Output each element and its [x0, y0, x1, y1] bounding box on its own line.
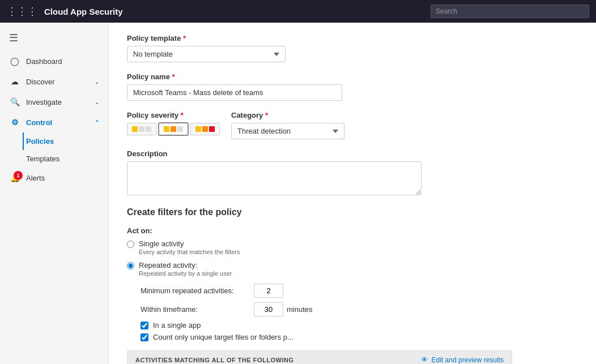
act-on-label: Act on: — [127, 226, 578, 235]
severity-high-button[interactable] — [190, 123, 220, 135]
policy-template-label: Policy template * — [127, 34, 286, 42]
sidebar: ☰ ◯ Dashboard ☁ Discover ⌄ 🔍 Investigate… — [0, 23, 109, 364]
act-on-radio-group: Single activity Every activity that matc… — [127, 239, 578, 277]
sidebar-item-alerts[interactable]: 🔔 1 Alerts — [0, 168, 108, 188]
category-group: Category * Threat detection — [231, 111, 344, 139]
chevron-down-icon: ⌄ — [95, 79, 99, 85]
sidebar-item-label: Discover — [26, 78, 55, 86]
required-marker: * — [183, 34, 186, 42]
main-layout: ☰ ◯ Dashboard ☁ Discover ⌄ 🔍 Investigate… — [0, 23, 596, 364]
chevron-up-icon: ⌃ — [95, 119, 99, 126]
sidebar-item-templates[interactable]: Templates — [26, 150, 108, 168]
repeated-activity-radio[interactable] — [127, 262, 134, 269]
repeated-activity-label: Repeated activity: — [139, 261, 232, 269]
filters-section-title: Create filters for the policy — [127, 207, 578, 217]
single-activity-sub: Every activity that matches the filters — [139, 249, 240, 255]
in-single-app-label: In a single app — [153, 321, 201, 329]
category-select[interactable]: Threat detection — [231, 123, 344, 139]
description-textarea[interactable] — [127, 161, 422, 195]
within-timeframe-label: Within timeframe: — [141, 305, 254, 314]
sidebar-item-discover[interactable]: ☁ Discover ⌄ — [0, 71, 108, 92]
severity-dot-low — [195, 126, 201, 132]
sidebar-item-control[interactable]: ⚙ Control ⌃ — [0, 112, 108, 132]
single-activity-radio[interactable] — [127, 241, 134, 248]
category-label: Category * — [231, 111, 344, 119]
investigate-icon: 🔍 — [9, 97, 20, 106]
repeated-activity-option[interactable]: Repeated activity: Repeated activity by … — [127, 261, 578, 277]
sidebar-item-label: Control — [26, 118, 52, 127]
required-marker: * — [265, 111, 268, 119]
policy-name-label: Policy name * — [127, 72, 342, 81]
policy-name-group: Policy name * — [127, 72, 342, 101]
sidebar-item-label: Investigate — [26, 98, 62, 106]
sidebar-sub-label: Templates — [26, 155, 59, 163]
filter-box-title: ACTIVITIES MATCHING ALL OF THE FOLLOWING — [135, 357, 294, 363]
policy-name-input[interactable] — [127, 84, 342, 101]
sidebar-item-investigate[interactable]: 🔍 Investigate ⌄ — [0, 92, 108, 112]
required-marker: * — [172, 72, 175, 81]
severity-dot-low — [132, 126, 138, 132]
in-single-app-row: In a single app — [141, 321, 578, 329]
sidebar-sub-menu: Policies Templates — [0, 132, 108, 168]
minutes-label: minutes — [287, 305, 313, 314]
description-group: Description — [127, 149, 422, 197]
severity-category-row: Policy severity * — [127, 111, 578, 149]
dashboard-icon: ◯ — [9, 57, 20, 66]
search-input[interactable] — [431, 5, 589, 18]
in-single-app-checkbox[interactable] — [141, 322, 148, 329]
single-activity-label: Single activity — [139, 239, 240, 248]
description-label: Description — [127, 149, 422, 158]
single-activity-text: Single activity Every activity that matc… — [139, 239, 240, 255]
severity-medium-button[interactable] — [159, 123, 188, 135]
edit-preview-button[interactable]: 👁 Edit and preview results — [421, 356, 504, 364]
severity-dot-low — [164, 126, 169, 132]
app-title: Cloud App Security — [44, 7, 123, 16]
filter-box: ACTIVITIES MATCHING ALL OF THE FOLLOWING… — [127, 350, 512, 364]
severity-dot-med — [202, 126, 208, 132]
timeframe-input[interactable] — [254, 302, 283, 316]
timeframe-row: Within timeframe: minutes — [141, 302, 578, 316]
sidebar-item-label: Dashboard — [26, 57, 62, 66]
count-unique-row: Count only unique target files or folder… — [141, 333, 578, 341]
repeated-activity-text: Repeated activity: Repeated activity by … — [139, 261, 232, 277]
severity-dot-empty — [177, 126, 183, 132]
required-marker: * — [181, 111, 184, 119]
min-repeated-input[interactable] — [254, 284, 283, 298]
sidebar-sub-label: Policies — [26, 137, 54, 145]
severity-buttons — [127, 123, 220, 135]
control-icon: ⚙ — [9, 118, 20, 127]
sidebar-item-label: Alerts — [26, 174, 45, 182]
min-repeated-label: Minimum repeated activities: — [141, 286, 254, 295]
sidebar-hamburger[interactable]: ☰ — [0, 27, 108, 51]
eye-icon: 👁 — [421, 356, 428, 364]
alerts-icon: 🔔 1 — [9, 173, 20, 182]
severity-dot-empty1 — [139, 126, 144, 132]
waffle-icon[interactable]: ⋮⋮⋮ — [7, 5, 37, 18]
min-repeated-row: Minimum repeated activities: — [141, 284, 578, 298]
count-unique-checkbox[interactable] — [141, 333, 148, 341]
chevron-down-icon: ⌄ — [95, 99, 99, 105]
repeated-activity-sub: Repeated activity by a single user — [139, 270, 232, 277]
filter-box-header: ACTIVITIES MATCHING ALL OF THE FOLLOWING… — [127, 351, 512, 364]
content-area: Policy template * No template Policy nam… — [109, 23, 596, 364]
edit-preview-label: Edit and preview results — [432, 356, 504, 364]
severity-dot-empty2 — [146, 126, 151, 132]
policy-severity-group: Policy severity * — [127, 111, 220, 135]
severity-dot-med — [171, 126, 176, 132]
policy-template-group: Policy template * No template — [127, 34, 286, 62]
sidebar-item-dashboard[interactable]: ◯ Dashboard — [0, 51, 108, 71]
single-activity-option[interactable]: Single activity Every activity that matc… — [127, 239, 578, 255]
topbar: ⋮⋮⋮ Cloud App Security — [0, 0, 596, 23]
sidebar-item-policies[interactable]: Policies — [23, 132, 108, 150]
count-unique-label: Count only unique target files or folder… — [153, 333, 293, 341]
severity-dot-high — [209, 126, 215, 132]
discover-icon: ☁ — [9, 77, 20, 86]
alert-badge: 1 — [14, 171, 23, 180]
repeated-options: Minimum repeated activities: Within time… — [127, 284, 578, 341]
policy-severity-label: Policy severity * — [127, 111, 220, 119]
severity-low-button[interactable] — [127, 123, 156, 135]
policy-template-select[interactable]: No template — [127, 46, 286, 62]
